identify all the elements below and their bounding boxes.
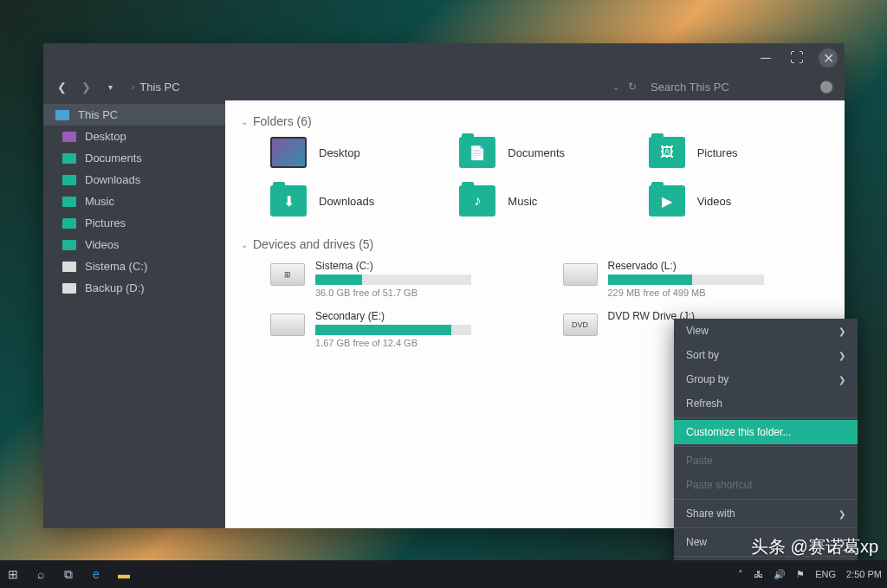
folder-icon: [62, 240, 76, 250]
refresh-icon[interactable]: ↻: [628, 81, 637, 93]
folder-videos[interactable]: ▶Videos: [649, 185, 829, 216]
context-menu-label: Sort by: [686, 349, 719, 361]
sidebar-item-desktop[interactable]: Desktop: [43, 126, 225, 147]
chevron-right-icon: ❯: [838, 326, 845, 336]
tray-language[interactable]: ENG: [815, 569, 836, 579]
folder-documents[interactable]: 📄Documents: [459, 137, 639, 168]
folder-icon: [62, 218, 76, 229]
context-menu-separator: [674, 527, 858, 528]
drive-usage-bar: [315, 325, 471, 335]
breadcrumb-location: This PC: [139, 81, 179, 94]
context-menu-label: Paste shortcut: [686, 479, 753, 491]
context-menu-item-paste: Paste: [674, 449, 858, 473]
context-menu-item-customize-this-folder-[interactable]: Customize this folder...: [674, 420, 858, 444]
sidebar-item-pictures[interactable]: Pictures: [43, 212, 225, 234]
context-menu-label: Customize this folder...: [686, 426, 791, 438]
sidebar-item-videos[interactable]: Videos: [43, 234, 225, 255]
context-menu-item-paste-shortcut: Paste shortcut: [674, 473, 858, 497]
videos-icon: ▶: [649, 185, 685, 216]
context-menu-item-refresh[interactable]: Refresh: [674, 391, 858, 416]
drive-name: Secondary (E:): [315, 310, 537, 322]
task-view-icon[interactable]: ⧉: [61, 567, 76, 582]
sidebar-item-label: Pictures: [85, 216, 126, 229]
sidebar-item-label: Music: [85, 195, 114, 208]
documents-icon: 📄: [459, 137, 495, 168]
maximize-button[interactable]: ⛶: [787, 48, 806, 68]
sidebar-item-downloads[interactable]: Downloads: [43, 169, 225, 191]
tray-flag-icon[interactable]: ⚑: [796, 569, 805, 580]
chevron-down-icon: ⌄: [241, 240, 248, 249]
context-menu-item-group-by[interactable]: Group by❯: [674, 367, 858, 391]
drive-name: Sistema (C:): [315, 260, 537, 272]
drive-icon: DVD: [563, 313, 598, 336]
sidebar: This PCDesktopDocumentsDownloadsMusicPic…: [43, 100, 225, 528]
search-icon[interactable]: ⌕: [33, 567, 49, 581]
watermark: 头条 @赛诺葛xp: [751, 535, 878, 559]
tray-network-icon[interactable]: 🖧: [754, 569, 763, 579]
context-menu-label: Share with: [686, 507, 735, 520]
search-input[interactable]: Search This PC: [645, 77, 810, 97]
folder-label: Downloads: [319, 195, 374, 208]
tray-clock[interactable]: 2:50 PM: [846, 569, 882, 579]
tray-volume-icon[interactable]: 🔊: [774, 569, 786, 580]
folder-label: Pictures: [697, 146, 738, 159]
folder-icon: [62, 197, 76, 207]
sidebar-item-backup-d-[interactable]: Backup (D:): [43, 277, 225, 299]
drive-icon: ⊞: [270, 263, 305, 286]
sidebar-item-label: Desktop: [85, 130, 126, 143]
downloads-icon: ⬇: [270, 185, 307, 216]
folder-icon: [62, 175, 76, 185]
up-button[interactable]: ▾: [102, 82, 118, 92]
drive-free-text: 1.67 GB free of 12.4 GB: [315, 338, 537, 348]
folder-label: Desktop: [319, 146, 360, 159]
drive-usage-bar: [608, 275, 764, 285]
folders-section-title: Folders (6): [253, 114, 312, 128]
folders-section-header[interactable]: ⌄ Folders (6): [241, 114, 829, 128]
forward-button[interactable]: ❯: [78, 81, 94, 94]
drive-item[interactable]: Secondary (E:)1.67 GB free of 12.4 GB: [270, 310, 537, 348]
sidebar-item-this-pc[interactable]: This PC: [43, 104, 225, 126]
taskbar: ⊞ ⌕ ⧉ e ▬ ˄ 🖧 🔊 ⚑ ENG 2:50 PM: [0, 560, 887, 588]
edge-icon[interactable]: e: [88, 567, 104, 581]
context-menu-label: Paste: [686, 455, 713, 467]
context-menu-item-view[interactable]: View❯: [674, 319, 858, 343]
close-button[interactable]: ✕: [819, 48, 838, 68]
context-menu-label: Refresh: [686, 397, 722, 410]
dropdown-icon[interactable]: ⌄: [612, 82, 619, 92]
minimize-button[interactable]: ─: [756, 48, 775, 68]
folder-icon: [62, 132, 76, 142]
context-menu-item-share-with[interactable]: Share with❯: [674, 501, 858, 526]
sidebar-item-documents[interactable]: Documents: [43, 147, 225, 169]
folder-music[interactable]: ♪Music: [459, 185, 639, 216]
folder-downloads[interactable]: ⬇Downloads: [270, 185, 450, 216]
drive-icon: [270, 313, 305, 336]
drives-section-title: Devices and drives (5): [253, 237, 373, 251]
breadcrumb[interactable]: › This PC: [126, 81, 604, 94]
chevron-right-icon: ❯: [838, 509, 845, 519]
sidebar-item-music[interactable]: Music: [43, 191, 225, 212]
explorer-icon[interactable]: ▬: [116, 567, 132, 581]
drive-item[interactable]: Reservado (L:)229 MB free of 499 MB: [563, 260, 830, 298]
folder-icon: [55, 110, 69, 120]
back-button[interactable]: ❮: [54, 81, 69, 94]
folder-pictures[interactable]: 🖼Pictures: [649, 137, 829, 168]
sidebar-item-sistema-c-[interactable]: Sistema (C:): [43, 255, 225, 277]
search-icon[interactable]: ⚪: [819, 81, 834, 94]
sidebar-item-label: Downloads: [85, 173, 140, 186]
context-menu-item-sort-by[interactable]: Sort by❯: [674, 343, 858, 367]
music-icon: ♪: [459, 185, 495, 216]
folder-label: Videos: [697, 195, 732, 208]
start-button[interactable]: ⊞: [5, 567, 21, 581]
context-menu-label: New: [686, 536, 707, 548]
navigation-bar: ❮ ❯ ▾ › This PC ⌄ ↻ Search This PC ⚪: [43, 73, 845, 100]
drive-icon: [563, 263, 598, 286]
context-menu-separator: [674, 446, 858, 447]
sidebar-item-label: Documents: [85, 152, 142, 165]
drives-section-header[interactable]: ⌄ Devices and drives (5): [241, 237, 829, 251]
folder-desktop[interactable]: Desktop: [270, 137, 450, 168]
drive-item[interactable]: ⊞Sistema (C:)36.0 GB free of 51.7 GB: [270, 260, 537, 298]
drive-usage-bar: [315, 275, 471, 285]
drive-free-text: 229 MB free of 499 MB: [608, 288, 830, 298]
tray-up-icon[interactable]: ˄: [738, 569, 743, 580]
folder-label: Documents: [508, 146, 565, 159]
